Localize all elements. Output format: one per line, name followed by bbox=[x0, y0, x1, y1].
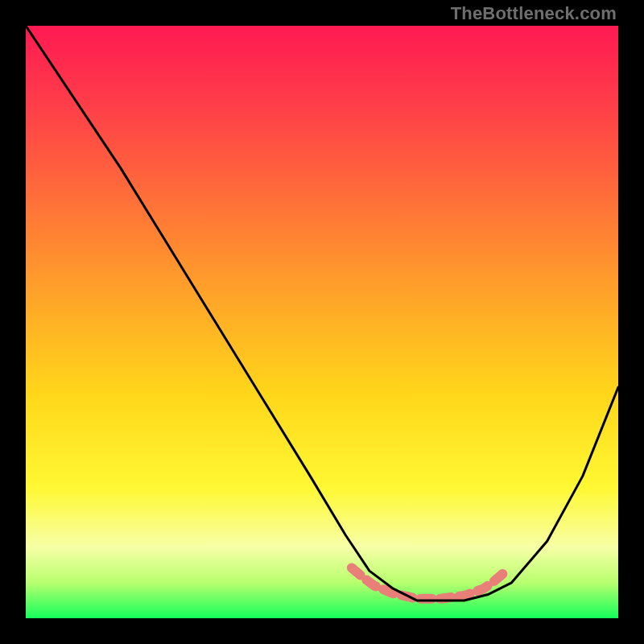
chart-svg bbox=[26, 26, 618, 618]
bottleneck-curve bbox=[26, 26, 618, 601]
highlight-band bbox=[352, 568, 503, 598]
plot-area bbox=[26, 26, 618, 618]
watermark-text: TheBottleneck.com bbox=[451, 3, 617, 24]
chart-container: TheBottleneck.com bbox=[0, 0, 644, 644]
